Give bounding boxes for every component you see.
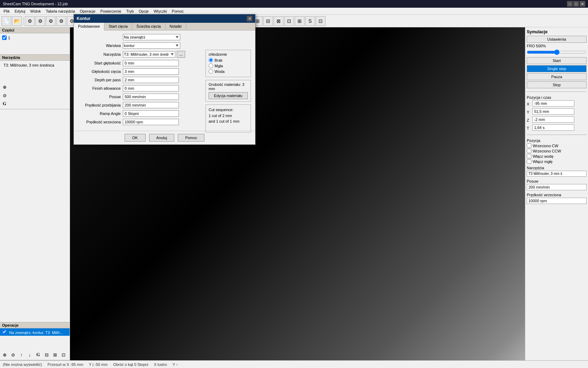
toolbar-last[interactable]: ⊡: [316, 16, 326, 26]
checkbox-wrzeciono-cw[interactable]: [527, 143, 531, 148]
ok-button[interactable]: OK: [125, 134, 146, 142]
parts-item-1[interactable]: 1: [1, 35, 68, 41]
z-input[interactable]: [532, 116, 574, 123]
cooling-brak-radio[interactable]: [209, 58, 213, 62]
narzedzia-edit-button[interactable]: ...: [177, 51, 185, 58]
menu-opcje[interactable]: Opcje: [136, 8, 151, 14]
toolbar-layer6[interactable]: ⊟: [263, 16, 273, 26]
parts-section: Części 1: [0, 27, 70, 55]
tool-icon-row: ⊕ ⊘ 𝐆: [0, 82, 70, 109]
toolbar-btn1[interactable]: ⚙: [25, 16, 35, 26]
op-icon-6[interactable]: ⊟: [43, 351, 50, 359]
toolbar-s-icon[interactable]: S: [305, 16, 315, 26]
ustawienia-button[interactable]: Ustawienia: [527, 36, 587, 43]
parts-checkbox-1[interactable]: [2, 35, 7, 40]
op-icon-2[interactable]: ⊘: [9, 351, 17, 359]
t-input[interactable]: [532, 124, 574, 131]
toolbar-open[interactable]: 📂: [12, 16, 22, 26]
help-button[interactable]: Pomoc: [178, 134, 204, 142]
menu-tryb[interactable]: Tryb: [124, 8, 136, 14]
checkbox-wrzeciono-ccw[interactable]: [527, 149, 531, 153]
menu-wtyczki[interactable]: Wtyczki: [152, 8, 169, 14]
fro-slider[interactable]: [527, 49, 587, 55]
toolbar-btn3[interactable]: ⚙: [46, 16, 56, 26]
cooling-woda-radio[interactable]: [209, 69, 213, 74]
operation-icon-row: ⊕ ⊘ ↑ ↓ 𝐆 ⊟ ⊞ ⊡: [0, 349, 70, 360]
narzedzia-rp-label: Narzędzia: [527, 166, 587, 170]
start-glebokosci-input[interactable]: [123, 60, 179, 66]
label-wrzeciono-cw: Wrzeciono CW: [533, 144, 558, 148]
posuw-input[interactable]: [123, 94, 179, 100]
checkbox-wlacz-wode[interactable]: [527, 154, 531, 158]
cooling-mgla-radio[interactable]: [209, 63, 213, 68]
warstwa-select[interactable]: kontur: [123, 42, 180, 49]
position-time-label: Pozycja i czas: [527, 95, 587, 100]
depth-per-pass-input[interactable]: [123, 77, 179, 83]
z-row: Z: [527, 116, 587, 124]
close-button[interactable]: ✕: [580, 1, 585, 7]
menu-widok[interactable]: Widok: [28, 8, 43, 14]
pauza-button[interactable]: Pauza: [527, 73, 587, 80]
toolbar-layer7[interactable]: ⊠: [274, 16, 284, 26]
toolbar-btn4[interactable]: ⚙: [56, 16, 66, 26]
tool-icon-btn2[interactable]: ⊘: [1, 91, 8, 99]
toolbar-btn2[interactable]: ⚙: [35, 16, 45, 26]
tab-sciezka-ciecia[interactable]: Ścieżka cięcia: [132, 23, 166, 30]
x-input[interactable]: [532, 100, 574, 107]
toolbar-layer8[interactable]: ⊡: [284, 16, 294, 26]
op-icon-4[interactable]: ↓: [26, 351, 34, 359]
tool-item-1: T3: Mill/router, 3 mm średnica: [1, 62, 68, 68]
glebokosci-ciecia-input[interactable]: [123, 68, 179, 75]
single-step-button[interactable]: Single step: [527, 65, 587, 72]
x-row: X: [527, 100, 587, 108]
narzedzia-rp-input[interactable]: [527, 171, 587, 177]
menu-operacje[interactable]: Operacje: [78, 8, 98, 14]
start-button[interactable]: Start: [527, 57, 587, 64]
predkosc-przebijania-input[interactable]: [123, 102, 179, 108]
maximize-button[interactable]: □: [573, 1, 579, 7]
tab-podstawowe[interactable]: Podstawowe: [74, 23, 104, 30]
cooling-brak-row: Brak: [209, 58, 248, 62]
op-icon-3[interactable]: ↑: [18, 351, 25, 359]
menu-edytuj[interactable]: Edytuj: [13, 8, 28, 14]
z-label: Z: [527, 118, 531, 122]
cancel-button[interactable]: Anuluj: [149, 134, 175, 142]
cb-wrzeciono-cw: Wrzeciono CW: [527, 143, 587, 148]
finish-allowance-input[interactable]: [123, 85, 179, 91]
dialog-close-button[interactable]: ✕: [247, 16, 252, 21]
cb-wlacz-wode: Włącz wodę: [527, 154, 587, 158]
toolbar-new[interactable]: 📄: [1, 16, 11, 26]
toolbar-layer9[interactable]: ⊞: [295, 16, 304, 26]
menu-tabela-narzedzia[interactable]: Tabela narzędzia: [44, 8, 77, 14]
checkbox-wlacz-mgle[interactable]: [527, 159, 531, 164]
cut-seq-line2: 1 cut of 2 mm: [209, 113, 248, 119]
label-wlacz-mgle: Włącz mgłę: [533, 159, 553, 164]
op-icon-5[interactable]: 𝐆: [34, 351, 42, 359]
menu-plik[interactable]: Plik: [1, 8, 12, 14]
operations-header: Operacje: [0, 322, 70, 328]
posuw-rp-input[interactable]: [527, 184, 587, 190]
op-icon-8[interactable]: ⊡: [59, 351, 67, 359]
narzedzia-select[interactable]: T3: Mill/router, 3 mm średnica: [123, 51, 175, 57]
tab-notatki[interactable]: Notatki: [166, 23, 186, 30]
op-icon-1[interactable]: ⊕: [1, 351, 8, 359]
tab-start-ciecia[interactable]: Start cięcia: [104, 23, 132, 30]
predkosc-wrzeciona-rp-input[interactable]: [527, 198, 587, 204]
predkosc-wrzeciona-input[interactable]: [123, 119, 179, 125]
ramp-angle-input[interactable]: [123, 110, 179, 117]
fro-label: FRO 500%: [527, 44, 587, 48]
material-edit-button[interactable]: Edycja materiału: [209, 92, 248, 99]
minimize-button[interactable]: ─: [567, 1, 573, 7]
y-input[interactable]: [532, 108, 574, 115]
stop-button[interactable]: Stop: [527, 81, 587, 88]
cut-side-select[interactable]: Na zewnątrz: [123, 34, 180, 40]
operation-checkbox-1[interactable]: [2, 329, 7, 334]
dialog-body: Na zewnątrz Warstwa kontur Narzędzia T3:…: [74, 30, 255, 131]
menu-pomoc[interactable]: Pomoc: [170, 8, 186, 14]
tool-icon-btn3[interactable]: 𝐆: [1, 100, 8, 108]
operation-item-1[interactable]: Na zewnątrz; kontur, T3: Mill/r...: [0, 328, 70, 336]
tool-icon-btn1[interactable]: ⊕: [1, 83, 8, 91]
op-icon-7[interactable]: ⊞: [51, 351, 59, 359]
menu-powierzenie[interactable]: Powierzenie: [98, 8, 124, 14]
label-wrzeciono-ccw: Wrzeciono CCW: [533, 149, 561, 153]
